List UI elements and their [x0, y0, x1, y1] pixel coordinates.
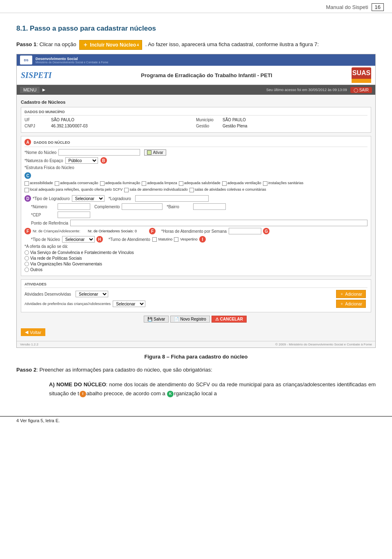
bairro-input[interactable] [193, 203, 226, 210]
cb-salubridade: adequada salubridade [179, 181, 220, 186]
municipio-value: SÃO PAULO [223, 118, 368, 122]
cancelar-button[interactable]: ⚠CANCELAR [212, 316, 247, 323]
natureza-label: *Natureza do Espaço [24, 158, 63, 163]
numero-input[interactable] [58, 203, 90, 210]
cb-sala-atend-box[interactable] [124, 188, 129, 192]
figure-caption: Figura 8 – Ficha para cadastro do núcleo [16, 354, 376, 360]
rb-via-servico[interactable] [24, 250, 29, 255]
form-screenshot: DS Desenvolvimento Social Ministério do … [16, 54, 376, 348]
cb-instalacoes-box[interactable] [263, 181, 267, 186]
turno-cb-vespertino[interactable] [174, 237, 178, 242]
form-header: SISPETI Programa de Erradicação do Traba… [17, 66, 375, 85]
complemento-input[interactable] [122, 203, 163, 210]
nr-criancas-row: F Nr. de Crianças/Adolescente: Nr. de Or… [24, 228, 368, 234]
cb-instalacoes: instalações sanitárias [263, 181, 303, 186]
turno-label: *Turno de Atendimento [109, 237, 150, 242]
numero-label: *Número [31, 205, 56, 209]
cnpj-label: CNPJ [24, 124, 49, 128]
nr-criancas-label: Nr. de Crianças/Adolescente: [33, 229, 86, 233]
tipo-nucleo-select[interactable]: Selecionar [62, 236, 95, 243]
logradouro-label: *Logradouro [109, 196, 133, 201]
cb-acessibilidade-box[interactable] [24, 181, 29, 186]
novo-registro-button[interactable]: 📄Novo Registro [170, 316, 209, 323]
cb-sala-atend: sala de atendimento individualizado [124, 187, 188, 192]
btn-footnote: 4 [137, 43, 139, 47]
circle-a: A [24, 139, 31, 145]
step2-label: Passo 2 [16, 367, 36, 373]
circle-b: B [100, 157, 107, 164]
uf-label: UF [24, 118, 49, 122]
estrutura-label: *Estrutura Física do Núcleo [24, 165, 86, 170]
voltar-button[interactable]: ◀Voltar [21, 328, 45, 336]
ativ-pref-select[interactable]: Selecionar [113, 301, 145, 307]
tipo-nucleo-label: *Tipo de Núcleo [31, 237, 60, 242]
dados-municipio-section: DADOS DO MUNICÍPIO UF SÃO PAULO Municípi… [21, 107, 371, 133]
back-button-row: ◀Voltar [21, 325, 371, 338]
item-a-label: A) [49, 381, 55, 388]
vespertino-label: Vespertino [180, 237, 198, 242]
estrutura-checkboxes: C acessibilidade adequada conservação [24, 171, 368, 194]
rb-outros[interactable] [24, 267, 29, 272]
tipo-logradouro-select[interactable]: Selecionar [72, 195, 105, 202]
manual-title: Manual do Sispeti [326, 4, 368, 10]
incluir-novo-nucleo-button[interactable]: ＋ Incluir Novo Núcleo 4 [79, 40, 142, 50]
cb-ventilacao: adequada ventilação [222, 181, 261, 186]
circle-b-spacer: B [100, 157, 109, 164]
circle-t-icon: I [80, 391, 86, 397]
ponto-ref-input[interactable] [70, 220, 368, 226]
dados-municipio-label: DADOS DO MUNICÍPIO [24, 110, 368, 116]
circle-c: C [24, 172, 31, 179]
radio-outros-label: Outros [30, 267, 42, 272]
ativ-pref-row: Atividades de preferência das crianças/A… [24, 300, 368, 308]
horas-input[interactable] [229, 228, 261, 234]
cb-salubridade-box[interactable] [179, 181, 183, 186]
rb-via-org[interactable] [24, 262, 29, 266]
rb-via-rede[interactable] [24, 256, 29, 261]
complemento-label: Complemento [94, 205, 120, 209]
cb-iluminacao-box[interactable] [100, 181, 105, 186]
cb-salas-coletivas-box[interactable] [189, 188, 194, 192]
ativar-button[interactable]: Ativar [144, 149, 166, 156]
logradouro-input[interactable] [135, 195, 209, 202]
gov-logo: DS [20, 56, 32, 65]
cb-conservacao-box[interactable] [55, 181, 59, 186]
plus-icon: ＋ [82, 41, 88, 49]
cb-refeicoes-box[interactable] [24, 188, 29, 192]
menu-arrow: ► [41, 87, 46, 93]
ativ-desenvolvidas-select[interactable]: Selecionar [76, 291, 108, 297]
suas-logo-stripe [352, 79, 371, 83]
natureza-select[interactable]: Público Privado [65, 157, 98, 164]
radio-outros: Outros [24, 267, 368, 272]
turno-cb-matutino[interactable] [152, 237, 157, 242]
radio-via-rede-label: Via rede de Políticas Sociais [30, 256, 82, 261]
menu-button[interactable]: MENU [20, 87, 40, 93]
dados-nucleo-section: A DADOS DO NÚCLEO *Nome do Núcleo Ativar… [21, 136, 371, 276]
cnpj-row: CNPJ 46.392.130/0007-03 Gestão Gestão Pl… [24, 124, 368, 128]
circle-k-icon: K [167, 391, 174, 397]
gov-strip: DS Desenvolvimento Social Ministério do … [17, 54, 375, 66]
sair-button[interactable]: ◯SAIR [350, 87, 372, 93]
gov-text-block: Desenvolvimento Social Ministério do Des… [36, 57, 108, 64]
form-footer: Versão 1.2.2 © 2009 - Ministério do Dese… [17, 341, 375, 347]
nome-nucleo-input[interactable] [58, 149, 140, 156]
cb-salas-coletivas: salas de atividades coletivas e comunitá… [189, 187, 266, 192]
ativar-label: Ativar [153, 150, 163, 155]
dados-nucleo-label: A DADOS DO NÚCLEO [24, 139, 368, 147]
gestao-label: Gestão [196, 124, 220, 128]
form-header-title: Programa de Erradicação do Trabalho Infa… [62, 72, 352, 78]
adicionar-ativ-button[interactable]: ＋Adicionar [336, 290, 366, 298]
radio-via-servico: Via Serviço de Convivência e Fortalecime… [24, 250, 368, 255]
municipio-label: Município [196, 118, 220, 122]
adicionar-pref-button[interactable]: ＋Adicionar [336, 300, 366, 308]
cb-ventilacao-box[interactable] [222, 181, 227, 186]
cep-input[interactable] [58, 212, 90, 218]
step1-text-before: Clicar na opção [39, 41, 78, 47]
gov-ministry-subtext: Ministério do Desenvolvimento Social e C… [36, 61, 108, 64]
action-buttons-row: 💾Salvar 📄Novo Registro ⚠CANCELAR [21, 316, 371, 323]
cnpj-value: 46.392.130/0007-03 [51, 124, 196, 128]
tipo-nucleo-row: *Tipo de Núcleo Selecionar H *Turno de A… [24, 236, 368, 243]
salvar-button[interactable]: 💾Salvar [144, 316, 169, 323]
cb-limpeza-box[interactable] [142, 181, 146, 186]
form-body: Cadastro de Núcleos DADOS DO MUNICÍPIO U… [17, 95, 375, 341]
cb-limpeza: adequada limpeza [142, 181, 177, 186]
